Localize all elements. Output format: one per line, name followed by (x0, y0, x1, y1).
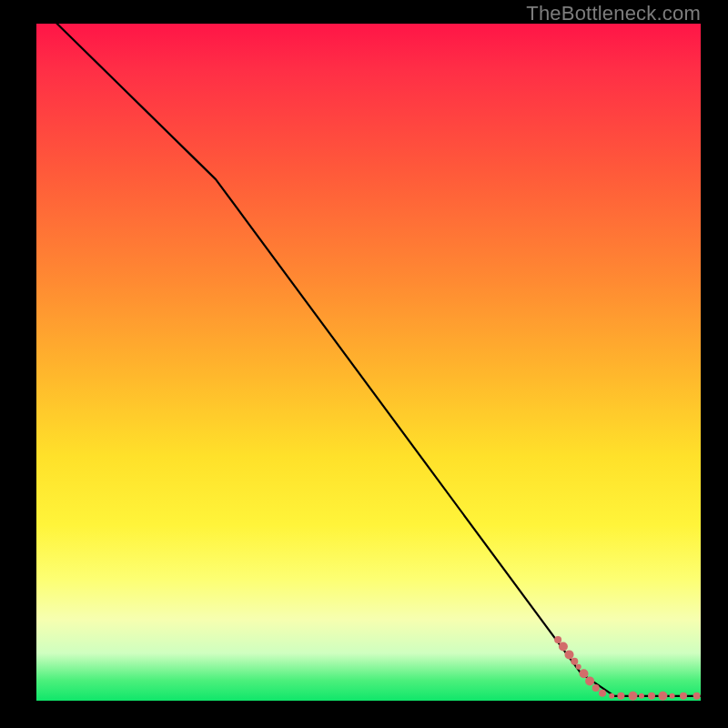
data-point (693, 693, 701, 700)
bottleneck-curve (36, 4, 701, 696)
data-point (599, 690, 606, 697)
data-point (617, 693, 624, 700)
data-point (592, 684, 600, 692)
data-point (559, 642, 568, 652)
chart-stage: TheBottleneck.com (0, 0, 728, 728)
attribution-text: TheBottleneck.com (526, 2, 701, 25)
data-point (554, 636, 561, 643)
data-point (680, 693, 687, 700)
data-point (565, 650, 574, 659)
data-point (639, 693, 644, 699)
data-point (648, 693, 655, 700)
data-point (576, 664, 581, 670)
plot-area (36, 24, 701, 701)
chart-overlay (36, 24, 701, 701)
data-point (585, 676, 594, 685)
data-point (629, 692, 638, 701)
data-point (580, 669, 589, 678)
data-point (571, 658, 578, 665)
data-point (670, 693, 675, 699)
data-points-group (554, 636, 701, 701)
data-point (658, 692, 667, 701)
data-point (609, 693, 614, 699)
